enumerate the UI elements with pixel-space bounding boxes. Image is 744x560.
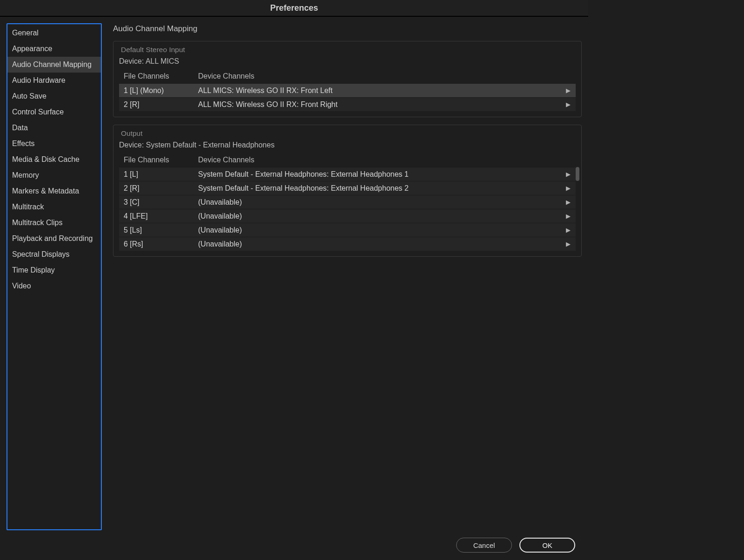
- sidebar-item[interactable]: Media & Disk Cache: [7, 152, 101, 167]
- chevron-right-icon[interactable]: ▶: [561, 213, 576, 220]
- device-channel-cell: (Unavailable): [198, 226, 561, 234]
- input-device-label: Device: ALL MICS: [119, 57, 576, 66]
- output-table: File Channels Device Channels 1 [L]Syste…: [119, 154, 576, 251]
- table-row[interactable]: 5 [Ls](Unavailable)▶: [119, 223, 576, 237]
- device-channel-cell: ALL MICS: Wireless GO II RX: Front Left: [198, 87, 561, 95]
- sidebar-item[interactable]: Multitrack Clips: [7, 215, 101, 231]
- file-channel-cell: 5 [Ls]: [119, 226, 198, 234]
- footer: Cancel OK: [0, 530, 588, 560]
- sidebar-item[interactable]: Markers & Metadata: [7, 183, 101, 199]
- sidebar-item[interactable]: Multitrack: [7, 199, 101, 215]
- table-row[interactable]: 3 [C](Unavailable)▶: [119, 195, 576, 209]
- device-channel-cell: System Default - External Headphones: Ex…: [198, 170, 561, 179]
- input-table: File Channels Device Channels 1 [L] (Mon…: [119, 70, 576, 111]
- col-device-header: Device Channels: [198, 72, 561, 80]
- input-legend: Default Stereo Input: [119, 46, 187, 54]
- sidebar-item[interactable]: Auto Save: [7, 88, 101, 104]
- sidebar-item[interactable]: Time Display: [7, 262, 101, 278]
- table-row[interactable]: 6 [Rs](Unavailable)▶: [119, 237, 576, 251]
- col-file-header: File Channels: [119, 72, 198, 80]
- page-title: Audio Channel Mapping: [113, 24, 582, 33]
- device-channel-cell: ALL MICS: Wireless GO II RX: Front Right: [198, 100, 561, 109]
- chevron-right-icon[interactable]: ▶: [561, 101, 576, 108]
- sidebar-item[interactable]: Playback and Recording: [7, 231, 101, 247]
- file-channel-cell: 3 [C]: [119, 198, 198, 207]
- output-section: Output Device: System Default - External…: [113, 125, 582, 257]
- file-channel-cell: 2 [R]: [119, 100, 198, 109]
- device-channel-cell: System Default - External Headphones: Ex…: [198, 184, 561, 193]
- table-row[interactable]: 1 [L]System Default - External Headphone…: [119, 167, 576, 181]
- preferences-sidebar: GeneralAppearanceAudio Channel MappingAu…: [7, 23, 102, 530]
- file-channel-cell: 4 [LFE]: [119, 212, 198, 220]
- input-table-body: 1 [L] (Mono)ALL MICS: Wireless GO II RX:…: [119, 83, 576, 111]
- sidebar-item[interactable]: Appearance: [7, 41, 101, 57]
- chevron-right-icon[interactable]: ▶: [561, 227, 576, 233]
- ok-button[interactable]: OK: [519, 538, 575, 553]
- table-row[interactable]: 2 [R]ALL MICS: Wireless GO II RX: Front …: [119, 97, 576, 111]
- output-table-body: 1 [L]System Default - External Headphone…: [119, 167, 576, 251]
- scrollbar[interactable]: [576, 167, 579, 181]
- col-device-header: Device Channels: [198, 156, 561, 164]
- device-channel-cell: (Unavailable): [198, 240, 561, 248]
- device-channel-cell: (Unavailable): [198, 212, 561, 220]
- cancel-label: Cancel: [473, 541, 495, 549]
- window-title: Preferences: [270, 3, 318, 13]
- sidebar-item[interactable]: Audio Hardware: [7, 73, 101, 88]
- sidebar-item[interactable]: Memory: [7, 167, 101, 183]
- sidebar-item[interactable]: Control Surface: [7, 104, 101, 120]
- file-channel-cell: 2 [R]: [119, 184, 198, 193]
- input-section: Default Stereo Input Device: ALL MICS Fi…: [113, 41, 582, 117]
- table-row[interactable]: 4 [LFE](Unavailable)▶: [119, 209, 576, 223]
- chevron-right-icon[interactable]: ▶: [561, 199, 576, 206]
- chevron-right-icon[interactable]: ▶: [561, 240, 576, 247]
- output-device-label: Device: System Default - External Headph…: [119, 141, 576, 149]
- body: GeneralAppearanceAudio Channel MappingAu…: [0, 17, 588, 530]
- ok-label: OK: [542, 541, 552, 549]
- cancel-button[interactable]: Cancel: [456, 538, 512, 553]
- sidebar-item[interactable]: Audio Channel Mapping: [7, 57, 101, 73]
- chevron-right-icon[interactable]: ▶: [561, 87, 576, 94]
- window-titlebar: Preferences: [0, 0, 588, 17]
- chevron-right-icon[interactable]: ▶: [561, 171, 576, 178]
- device-channel-cell: (Unavailable): [198, 198, 561, 207]
- output-table-header: File Channels Device Channels: [119, 154, 576, 167]
- output-legend: Output: [119, 129, 145, 138]
- col-file-header: File Channels: [119, 156, 198, 164]
- table-row[interactable]: 2 [R]System Default - External Headphone…: [119, 181, 576, 195]
- input-table-header: File Channels Device Channels: [119, 70, 576, 83]
- sidebar-item[interactable]: Spectral Displays: [7, 247, 101, 262]
- file-channel-cell: 1 [L] (Mono): [119, 87, 198, 95]
- sidebar-item[interactable]: Data: [7, 120, 101, 136]
- file-channel-cell: 6 [Rs]: [119, 240, 198, 248]
- main-panel: Audio Channel Mapping Default Stereo Inp…: [113, 23, 582, 530]
- sidebar-item[interactable]: Effects: [7, 136, 101, 152]
- sidebar-item[interactable]: Video: [7, 278, 101, 294]
- sidebar-item[interactable]: General: [7, 25, 101, 41]
- chevron-right-icon[interactable]: ▶: [561, 185, 576, 192]
- table-row[interactable]: 1 [L] (Mono)ALL MICS: Wireless GO II RX:…: [119, 83, 576, 97]
- file-channel-cell: 1 [L]: [119, 170, 198, 179]
